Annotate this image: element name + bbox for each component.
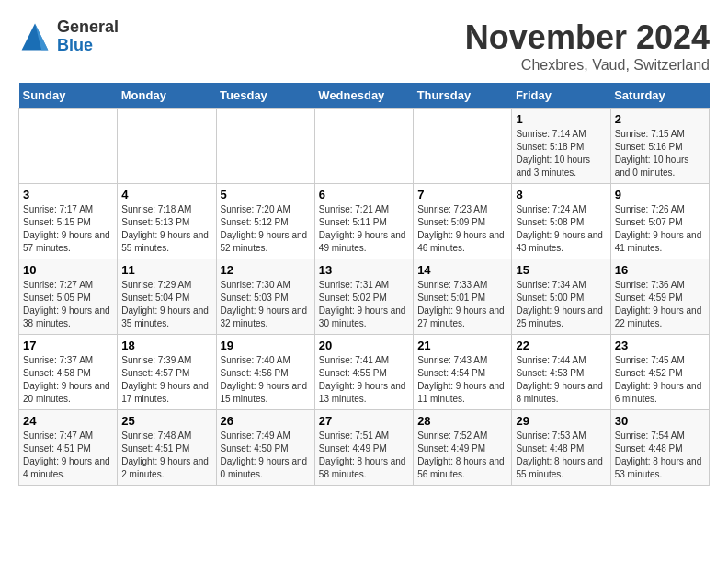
calendar-week-1: 3Sunrise: 7:17 AM Sunset: 5:15 PM Daylig…	[19, 184, 710, 259]
day-number: 25	[121, 414, 211, 428]
day-number: 18	[121, 339, 211, 352]
day-info: Sunrise: 7:27 AM Sunset: 5:05 PM Dayligh…	[23, 279, 113, 330]
title-area: November 2024 Chexbres, Vaud, Switzerlan…	[465, 18, 710, 74]
day-info: Sunrise: 7:37 AM Sunset: 4:58 PM Dayligh…	[23, 354, 113, 406]
calendar-cell: 4Sunrise: 7:18 AM Sunset: 5:13 PM Daylig…	[118, 184, 216, 259]
calendar-week-2: 10Sunrise: 7:27 AM Sunset: 5:05 PM Dayli…	[19, 259, 710, 335]
calendar-cell: 26Sunrise: 7:49 AM Sunset: 4:50 PM Dayli…	[216, 410, 314, 486]
day-number: 29	[516, 414, 606, 428]
day-info: Sunrise: 7:15 AM Sunset: 5:16 PM Dayligh…	[615, 128, 705, 179]
calendar-cell: 18Sunrise: 7:39 AM Sunset: 4:57 PM Dayli…	[118, 335, 216, 410]
day-info: Sunrise: 7:44 AM Sunset: 4:53 PM Dayligh…	[516, 354, 606, 406]
calendar-cell: 6Sunrise: 7:21 AM Sunset: 5:11 PM Daylig…	[314, 184, 413, 259]
day-info: Sunrise: 7:26 AM Sunset: 5:07 PM Dayligh…	[615, 203, 705, 255]
day-number: 22	[516, 339, 606, 352]
day-info: Sunrise: 7:17 AM Sunset: 5:15 PM Dayligh…	[23, 203, 113, 255]
day-info: Sunrise: 7:33 AM Sunset: 5:01 PM Dayligh…	[417, 279, 507, 330]
logo-text: General Blue	[57, 18, 119, 55]
calendar-cell: 25Sunrise: 7:48 AM Sunset: 4:51 PM Dayli…	[118, 410, 216, 486]
day-number: 17	[23, 339, 113, 352]
day-info: Sunrise: 7:47 AM Sunset: 4:51 PM Dayligh…	[23, 430, 113, 481]
day-info: Sunrise: 7:34 AM Sunset: 5:00 PM Dayligh…	[516, 279, 606, 330]
day-number: 4	[121, 188, 211, 201]
day-number: 26	[221, 414, 311, 428]
day-info: Sunrise: 7:24 AM Sunset: 5:08 PM Dayligh…	[516, 203, 606, 255]
header-friday: Friday	[512, 83, 610, 109]
calendar-table: Sunday Monday Tuesday Wednesday Thursday…	[18, 83, 710, 486]
calendar-cell: 10Sunrise: 7:27 AM Sunset: 5:05 PM Dayli…	[19, 259, 118, 335]
calendar-cell: 17Sunrise: 7:37 AM Sunset: 4:58 PM Dayli…	[19, 335, 118, 410]
header-sunday: Sunday	[19, 83, 118, 109]
day-number: 27	[319, 414, 409, 428]
calendar-cell	[216, 109, 314, 184]
day-number: 28	[417, 414, 507, 428]
calendar-cell: 19Sunrise: 7:40 AM Sunset: 4:56 PM Dayli…	[216, 335, 314, 410]
calendar-week-0: 1Sunrise: 7:14 AM Sunset: 5:18 PM Daylig…	[19, 109, 710, 184]
day-number: 24	[23, 414, 113, 428]
calendar-week-4: 24Sunrise: 7:47 AM Sunset: 4:51 PM Dayli…	[19, 410, 710, 486]
logo-general-text: General	[57, 18, 119, 37]
day-number: 30	[615, 414, 705, 428]
day-info: Sunrise: 7:31 AM Sunset: 5:02 PM Dayligh…	[319, 279, 409, 330]
calendar-cell: 12Sunrise: 7:30 AM Sunset: 5:03 PM Dayli…	[216, 259, 314, 335]
calendar-cell: 23Sunrise: 7:45 AM Sunset: 4:52 PM Dayli…	[610, 335, 709, 410]
header-monday: Monday	[118, 83, 216, 109]
header: General Blue November 2024 Chexbres, Vau…	[18, 18, 710, 74]
day-info: Sunrise: 7:40 AM Sunset: 4:56 PM Dayligh…	[221, 354, 311, 406]
day-info: Sunrise: 7:54 AM Sunset: 4:48 PM Dayligh…	[615, 430, 705, 481]
day-info: Sunrise: 7:48 AM Sunset: 4:51 PM Dayligh…	[121, 430, 211, 481]
calendar-cell: 21Sunrise: 7:43 AM Sunset: 4:54 PM Dayli…	[414, 335, 512, 410]
day-number: 5	[221, 188, 311, 201]
day-number: 19	[221, 339, 311, 352]
day-number: 12	[221, 263, 311, 277]
day-number: 23	[615, 339, 705, 352]
day-number: 3	[23, 188, 113, 201]
calendar-cell: 28Sunrise: 7:52 AM Sunset: 4:49 PM Dayli…	[414, 410, 512, 486]
weekday-header-row: Sunday Monday Tuesday Wednesday Thursday…	[19, 83, 710, 109]
day-info: Sunrise: 7:20 AM Sunset: 5:12 PM Dayligh…	[221, 203, 311, 255]
day-number: 16	[615, 263, 705, 277]
logo: General Blue	[18, 18, 119, 55]
calendar-cell: 5Sunrise: 7:20 AM Sunset: 5:12 PM Daylig…	[216, 184, 314, 259]
calendar-cell: 24Sunrise: 7:47 AM Sunset: 4:51 PM Dayli…	[19, 410, 118, 486]
location: Chexbres, Vaud, Switzerland	[465, 57, 710, 74]
day-info: Sunrise: 7:51 AM Sunset: 4:49 PM Dayligh…	[319, 430, 409, 481]
calendar-cell: 2Sunrise: 7:15 AM Sunset: 5:16 PM Daylig…	[610, 109, 709, 184]
calendar-cell	[19, 109, 118, 184]
month-title: November 2024	[465, 18, 710, 57]
logo-icon	[18, 20, 51, 53]
day-number: 1	[516, 112, 606, 126]
calendar-cell: 14Sunrise: 7:33 AM Sunset: 5:01 PM Dayli…	[414, 259, 512, 335]
day-info: Sunrise: 7:18 AM Sunset: 5:13 PM Dayligh…	[121, 203, 211, 255]
header-wednesday: Wednesday	[314, 83, 413, 109]
day-info: Sunrise: 7:49 AM Sunset: 4:50 PM Dayligh…	[221, 430, 311, 481]
calendar-week-3: 17Sunrise: 7:37 AM Sunset: 4:58 PM Dayli…	[19, 335, 710, 410]
day-number: 11	[121, 263, 211, 277]
header-tuesday: Tuesday	[216, 83, 314, 109]
calendar-cell: 29Sunrise: 7:53 AM Sunset: 4:48 PM Dayli…	[512, 410, 610, 486]
day-info: Sunrise: 7:53 AM Sunset: 4:48 PM Dayligh…	[516, 430, 606, 481]
calendar-cell: 13Sunrise: 7:31 AM Sunset: 5:02 PM Dayli…	[314, 259, 413, 335]
day-info: Sunrise: 7:14 AM Sunset: 5:18 PM Dayligh…	[516, 128, 606, 179]
day-number: 20	[319, 339, 409, 352]
day-info: Sunrise: 7:41 AM Sunset: 4:55 PM Dayligh…	[319, 354, 409, 406]
day-number: 15	[516, 263, 606, 277]
calendar-cell: 9Sunrise: 7:26 AM Sunset: 5:07 PM Daylig…	[610, 184, 709, 259]
day-number: 6	[319, 188, 409, 201]
calendar-cell: 1Sunrise: 7:14 AM Sunset: 5:18 PM Daylig…	[512, 109, 610, 184]
day-number: 21	[417, 339, 507, 352]
header-saturday: Saturday	[610, 83, 709, 109]
calendar-cell: 8Sunrise: 7:24 AM Sunset: 5:08 PM Daylig…	[512, 184, 610, 259]
header-thursday: Thursday	[414, 83, 512, 109]
day-info: Sunrise: 7:36 AM Sunset: 4:59 PM Dayligh…	[615, 279, 705, 330]
calendar-cell: 27Sunrise: 7:51 AM Sunset: 4:49 PM Dayli…	[314, 410, 413, 486]
day-number: 14	[417, 263, 507, 277]
day-info: Sunrise: 7:21 AM Sunset: 5:11 PM Dayligh…	[319, 203, 409, 255]
day-info: Sunrise: 7:43 AM Sunset: 4:54 PM Dayligh…	[417, 354, 507, 406]
day-info: Sunrise: 7:30 AM Sunset: 5:03 PM Dayligh…	[221, 279, 311, 330]
logo-blue-text: Blue	[57, 37, 119, 55]
calendar-cell: 15Sunrise: 7:34 AM Sunset: 5:00 PM Dayli…	[512, 259, 610, 335]
calendar-cell: 11Sunrise: 7:29 AM Sunset: 5:04 PM Dayli…	[118, 259, 216, 335]
day-info: Sunrise: 7:52 AM Sunset: 4:49 PM Dayligh…	[417, 430, 507, 481]
day-info: Sunrise: 7:45 AM Sunset: 4:52 PM Dayligh…	[615, 354, 705, 406]
